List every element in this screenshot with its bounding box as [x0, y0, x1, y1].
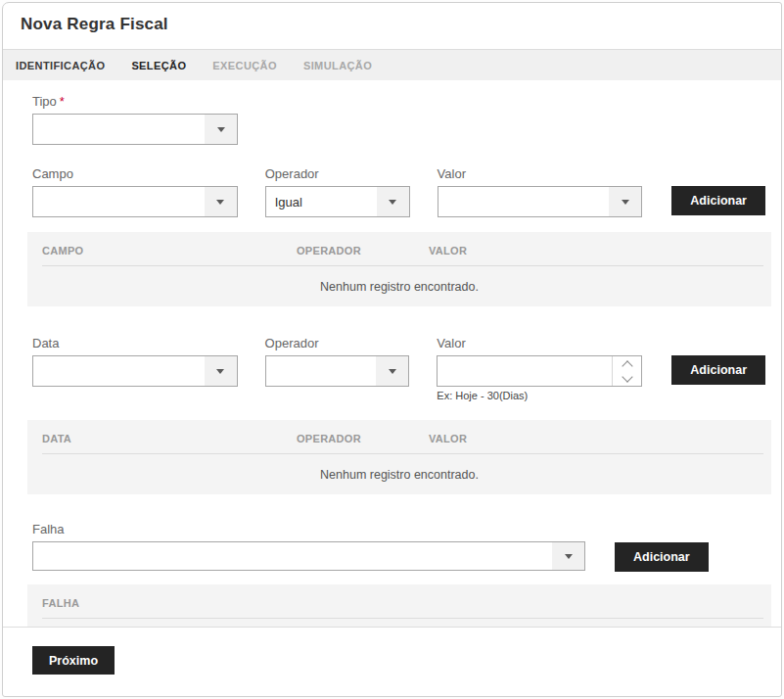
campo-table-header-valor: VALOR	[429, 245, 771, 256]
data-operador-select-value	[266, 356, 377, 386]
next-button[interactable]: Próximo	[32, 646, 115, 675]
campo-select[interactable]	[32, 186, 238, 217]
tipo-dropdown-button[interactable]	[205, 115, 237, 144]
valor-field-group: Valor	[438, 165, 643, 217]
chevron-down-icon	[389, 369, 396, 374]
falha-table-header-falha: FALHA	[42, 597, 771, 609]
campo-table-header-operador: OPERADOR	[297, 245, 429, 256]
tab-selecao[interactable]: SELEÇÃO	[131, 60, 186, 71]
data-valor-field-group: Valor Ex: Hoje - 30(Dias)	[437, 335, 642, 402]
spinner-down-icon[interactable]	[622, 371, 632, 382]
valor-select-value	[438, 187, 610, 216]
chevron-down-icon	[216, 369, 224, 374]
data-table-header-valor: VALOR	[429, 433, 771, 444]
chevron-down-icon	[389, 200, 396, 205]
data-select[interactable]	[32, 355, 238, 387]
data-dropdown-button[interactable]	[205, 356, 237, 386]
data-criteria-row: Data Operador Valor	[32, 335, 765, 402]
campo-dropdown-button[interactable]	[205, 187, 237, 216]
data-table-empty-message: Nenhum registro encontrado.	[27, 454, 771, 494]
falha-field-group: Falha Adicionar	[32, 521, 765, 572]
table-divider	[42, 618, 763, 619]
data-valor-label: Valor	[437, 335, 642, 351]
campo-table-empty-message: Nenhum registro encontrado.	[27, 266, 771, 306]
form-content: Tipo* Campo Operador Igual	[3, 93, 781, 675]
tab-simulacao[interactable]: SIMULAÇÃO	[303, 60, 372, 71]
campo-table-header-row: CAMPO OPERADOR VALOR	[27, 232, 771, 265]
campo-field-group: Campo	[32, 165, 238, 217]
required-asterisk: *	[60, 94, 65, 109]
operador-dropdown-button[interactable]	[377, 187, 409, 216]
falha-table-header-row: FALHA	[27, 584, 771, 618]
data-operador-dropdown-button[interactable]	[376, 356, 408, 386]
tipo-label-text: Tipo	[32, 94, 57, 109]
content-scroll-edge	[3, 627, 781, 628]
falha-select-value	[33, 542, 552, 570]
spinner-up-icon[interactable]	[622, 360, 632, 371]
valor-label: Valor	[438, 165, 643, 182]
campo-table-header-campo: CAMPO	[42, 245, 297, 256]
tipo-field-group: Tipo*	[32, 93, 765, 145]
falha-table: FALHA	[27, 584, 771, 627]
tab-identificacao[interactable]: IDENTIFICAÇÃO	[16, 60, 105, 71]
add-data-criteria-button[interactable]: Adicionar	[671, 355, 765, 385]
falha-label: Falha	[32, 521, 765, 537]
falha-select[interactable]	[32, 541, 585, 571]
falha-dropdown-button[interactable]	[552, 542, 584, 570]
data-valor-spinner[interactable]	[612, 356, 641, 386]
operador-select-value: Igual	[266, 187, 377, 216]
data-valor-hint: Ex: Hoje - 30(Dias)	[437, 390, 642, 402]
add-falha-button[interactable]: Adicionar	[615, 542, 709, 572]
tipo-select[interactable]	[32, 114, 238, 145]
data-table-header-operador: OPERADOR	[297, 433, 429, 444]
operador-field-group: Operador Igual	[265, 165, 410, 217]
chevron-down-icon	[565, 554, 573, 559]
campo-criteria-table: CAMPO OPERADOR VALOR Nenhum registro enc…	[27, 232, 771, 306]
valor-select[interactable]	[438, 186, 643, 217]
chevron-down-icon	[622, 200, 629, 205]
data-valor-numeric-input	[437, 355, 642, 387]
data-select-value	[33, 356, 205, 386]
data-valor-input[interactable]	[438, 356, 612, 386]
campo-criteria-row: Campo Operador Igual Valor	[32, 165, 765, 217]
operador-select[interactable]: Igual	[265, 186, 410, 217]
data-field-group: Data	[32, 335, 238, 402]
tipo-label: Tipo*	[32, 93, 765, 110]
dialog-header: Nova Regra Fiscal	[3, 3, 781, 49]
campo-label: Campo	[32, 165, 238, 182]
tab-bar: IDENTIFICAÇÃO SELEÇÃO EXECUÇÃO SIMULAÇÃO	[3, 49, 781, 80]
chevron-down-icon	[217, 127, 225, 132]
data-operador-field-group: Operador	[265, 335, 410, 402]
page-title: Nova Regra Fiscal	[21, 15, 763, 34]
operador-label: Operador	[265, 165, 410, 182]
tab-execucao[interactable]: EXECUÇÃO	[212, 60, 277, 71]
data-label: Data	[32, 335, 238, 351]
tipo-select-value	[33, 115, 205, 144]
data-criteria-table: DATA OPERADOR VALOR Nenhum registro enco…	[27, 420, 771, 494]
data-table-header-data: DATA	[42, 433, 297, 444]
new-fiscal-rule-dialog: Nova Regra Fiscal IDENTIFICAÇÃO SELEÇÃO …	[2, 2, 782, 697]
dialog-footer: Próximo	[32, 646, 765, 675]
data-table-header-row: DATA OPERADOR VALOR	[27, 420, 771, 453]
data-operador-label: Operador	[265, 335, 410, 351]
add-campo-criteria-button[interactable]: Adicionar	[671, 186, 765, 215]
campo-select-value	[33, 187, 205, 216]
chevron-down-icon	[216, 200, 224, 205]
valor-dropdown-button[interactable]	[609, 187, 641, 216]
data-operador-select[interactable]	[265, 355, 410, 387]
